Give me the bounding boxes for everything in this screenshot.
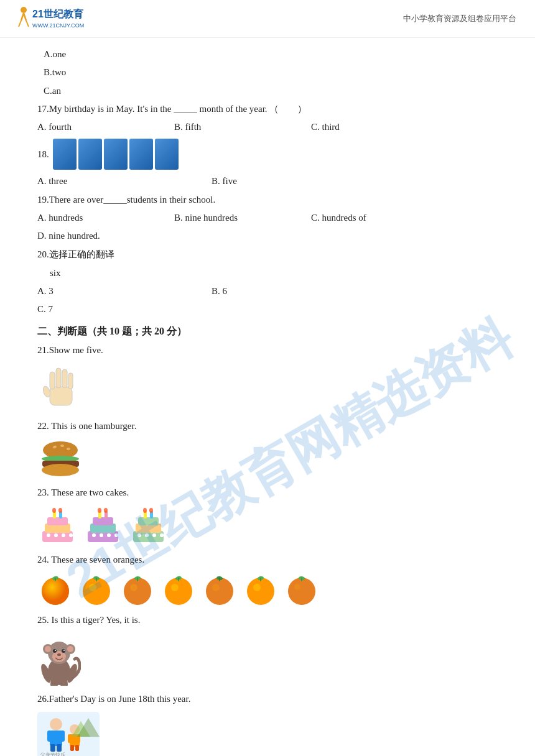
cake-2-icon: [83, 506, 123, 546]
svg-point-37: [104, 508, 108, 513]
q19-choices: A. hundreds B. nine hundreds C. hundreds…: [37, 210, 504, 244]
svg-point-24: [52, 508, 56, 513]
svg-rect-108: [70, 745, 74, 751]
svg-point-98: [50, 718, 62, 731]
svg-point-35: [98, 508, 101, 513]
svg-point-73: [247, 578, 274, 605]
q24-image-row: [37, 573, 504, 607]
question-23: 23. These are two cakes.: [37, 484, 504, 500]
svg-rect-44: [138, 517, 159, 525]
svg-point-61: [124, 578, 151, 605]
cake-3-icon: [128, 506, 169, 546]
q23-image-row: [37, 506, 504, 546]
q18-choice-b: B. five: [212, 173, 336, 190]
svg-point-30: [69, 533, 73, 537]
svg-point-62: [130, 584, 137, 591]
svg-rect-103: [57, 744, 62, 752]
svg-rect-33: [93, 517, 113, 525]
svg-text:21世纪教育: 21世纪教育: [32, 8, 84, 19]
header-subtitle: 中小学教育资源及组卷应用平台: [403, 13, 516, 24]
svg-rect-9: [56, 368, 61, 388]
q18-image: [53, 139, 179, 170]
q17-choices: A. fourth B. fifth C. third: [37, 119, 504, 136]
q20-choice-c: C. 7: [37, 301, 162, 318]
page-header: 21世纪教育 WWW.21CNJY.COM 中小学教育资源及组卷应用平台: [0, 0, 535, 38]
q19-choice-d: D. nine hundred.: [37, 228, 162, 244]
svg-line-3: [19, 21, 21, 27]
svg-rect-8: [50, 372, 55, 389]
svg-point-69: [206, 578, 233, 605]
q20-choice-a: A. 3: [37, 283, 199, 300]
q25-image-row: [37, 633, 504, 686]
svg-point-48: [149, 508, 153, 513]
svg-point-0: [21, 7, 27, 13]
svg-rect-102: [50, 744, 55, 752]
svg-point-88: [53, 649, 57, 653]
logo-area: 21世纪教育 WWW.21CNJY.COM: [12, 5, 93, 32]
choice-b-two: B.two: [44, 64, 504, 80]
svg-point-41: [114, 533, 118, 537]
svg-point-39: [100, 533, 103, 537]
orange-3-icon: [119, 573, 156, 607]
svg-rect-22: [47, 517, 68, 525]
choice-c-an: C.an: [44, 83, 504, 99]
main-content: A.one B.two C.an 17.My birthday is in Ma…: [0, 38, 535, 756]
logo-svg: 21世纪教育 WWW.21CNJY.COM: [12, 5, 93, 32]
svg-point-84: [45, 646, 51, 652]
svg-rect-101: [60, 731, 65, 742]
svg-point-92: [57, 653, 61, 656]
q17-choice-c: C. third: [311, 119, 435, 136]
svg-text:父亲节快乐: 父亲节快乐: [40, 752, 65, 756]
orange-7-icon: [284, 573, 320, 607]
svg-point-54: [42, 578, 69, 605]
svg-rect-100: [47, 731, 52, 742]
svg-point-89: [62, 649, 65, 653]
svg-point-28: [54, 533, 58, 537]
q17-choice-a: A. fourth: [37, 119, 162, 136]
svg-point-90: [55, 650, 56, 651]
q17-choice-b: B. fifth: [174, 119, 299, 136]
svg-point-91: [63, 650, 65, 651]
question-25: 25. Is this a tiger? Yes, it is.: [37, 612, 504, 628]
q18-number: 18.: [37, 149, 49, 160]
question-22: 22. This is one hamburger.: [37, 418, 504, 434]
svg-point-27: [47, 533, 50, 537]
section-2-title: 二、判断题（共 10 题；共 20 分）: [37, 325, 504, 338]
svg-rect-10: [62, 369, 67, 388]
svg-point-58: [89, 584, 96, 591]
q18-choice-a: A. three: [37, 173, 199, 190]
svg-point-40: [107, 533, 111, 537]
svg-point-19: [42, 464, 79, 476]
svg-point-51: [152, 533, 156, 537]
svg-point-46: [143, 508, 147, 513]
orange-1-icon: [37, 573, 73, 607]
question-26: 26.Father's Day is on June 18th this yea…: [37, 691, 504, 707]
svg-point-57: [83, 578, 110, 605]
svg-point-65: [165, 578, 192, 605]
fathers-day-icon: 父亲节快乐: [37, 712, 100, 756]
question-20: 20.选择正确的翻译: [37, 246, 504, 262]
q21-image-row: [37, 363, 504, 413]
q18-choices: A. three B. five: [37, 173, 504, 190]
svg-point-78: [294, 584, 300, 590]
svg-rect-7: [50, 387, 72, 405]
svg-point-29: [62, 533, 65, 537]
q19-choice-b: B. nine hundreds: [174, 210, 299, 226]
svg-text:WWW.21CNJY.COM: WWW.21CNJY.COM: [32, 22, 84, 29]
svg-point-38: [92, 533, 96, 537]
svg-line-2: [24, 13, 26, 21]
svg-point-52: [160, 533, 164, 537]
q20-word: six: [50, 265, 504, 281]
question-24: 24. These are seven oranges.: [37, 551, 504, 568]
q22-image-row: [37, 439, 504, 479]
cake-1-icon: [37, 506, 78, 546]
svg-rect-11: [68, 373, 73, 389]
q20-choices: A. 3 B. 6 C. 7: [37, 283, 504, 318]
q19-choice-c: C. hundreds of: [311, 210, 435, 226]
svg-rect-106: [68, 734, 72, 743]
q20-choice-b: B. 6: [212, 283, 373, 300]
svg-point-77: [288, 578, 315, 605]
hand-icon: [37, 363, 81, 413]
hamburger-icon: [37, 439, 84, 479]
orange-5-icon: [202, 573, 238, 607]
